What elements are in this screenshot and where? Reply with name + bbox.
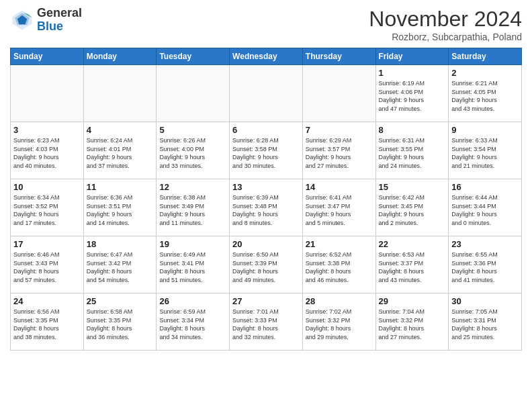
calendar-cell: 19Sunrise: 6:49 AM Sunset: 3:41 PM Dayli… xyxy=(157,236,230,293)
calendar-week-5: 24Sunrise: 6:56 AM Sunset: 3:35 PM Dayli… xyxy=(11,293,522,351)
calendar-cell: 22Sunrise: 6:53 AM Sunset: 3:37 PM Dayli… xyxy=(375,236,449,293)
day-number: 5 xyxy=(159,125,226,135)
calendar-week-2: 3Sunrise: 6:23 AM Sunset: 4:03 PM Daylig… xyxy=(11,122,522,179)
page: General Blue November 2024 Rozborz, Subc… xyxy=(0,0,532,357)
day-number: 7 xyxy=(306,125,373,135)
calendar-cell: 23Sunrise: 6:55 AM Sunset: 3:36 PM Dayli… xyxy=(449,236,522,293)
day-info: Sunrise: 6:21 AM Sunset: 4:05 PM Dayligh… xyxy=(451,79,519,113)
calendar-cell: 10Sunrise: 6:34 AM Sunset: 3:52 PM Dayli… xyxy=(11,179,84,236)
day-number: 2 xyxy=(451,68,519,78)
day-number: 22 xyxy=(379,239,446,249)
day-info: Sunrise: 6:59 AM Sunset: 3:34 PM Dayligh… xyxy=(159,308,226,341)
day-number: 26 xyxy=(159,296,226,306)
day-number: 21 xyxy=(306,239,373,249)
calendar-cell: 11Sunrise: 6:36 AM Sunset: 3:51 PM Dayli… xyxy=(83,179,157,236)
weekday-header-monday: Monday xyxy=(83,48,157,65)
calendar-cell xyxy=(11,65,84,122)
day-info: Sunrise: 6:36 AM Sunset: 3:51 PM Dayligh… xyxy=(87,193,154,227)
day-info: Sunrise: 6:58 AM Sunset: 3:35 PM Dayligh… xyxy=(87,308,154,341)
weekday-header-row: SundayMondayTuesdayWednesdayThursdayFrid… xyxy=(11,48,522,65)
day-number: 8 xyxy=(379,125,446,135)
day-number: 29 xyxy=(379,296,446,306)
day-info: Sunrise: 6:47 AM Sunset: 3:42 PM Dayligh… xyxy=(87,250,154,284)
calendar-cell: 6Sunrise: 6:28 AM Sunset: 3:58 PM Daylig… xyxy=(230,122,303,179)
day-number: 13 xyxy=(232,182,300,192)
day-number: 10 xyxy=(13,182,81,192)
day-info: Sunrise: 7:02 AM Sunset: 3:32 PM Dayligh… xyxy=(306,308,373,341)
weekday-header-thursday: Thursday xyxy=(302,48,375,65)
day-info: Sunrise: 6:28 AM Sunset: 3:58 PM Dayligh… xyxy=(232,136,300,170)
day-number: 9 xyxy=(451,125,519,135)
calendar-cell: 18Sunrise: 6:47 AM Sunset: 3:42 PM Dayli… xyxy=(83,236,157,293)
calendar-cell: 29Sunrise: 7:04 AM Sunset: 3:32 PM Dayli… xyxy=(375,293,449,351)
weekday-header-friday: Friday xyxy=(375,48,449,65)
day-number: 17 xyxy=(13,239,81,249)
day-number: 20 xyxy=(232,239,300,249)
calendar-cell: 4Sunrise: 6:24 AM Sunset: 4:01 PM Daylig… xyxy=(83,122,157,179)
calendar-cell: 3Sunrise: 6:23 AM Sunset: 4:03 PM Daylig… xyxy=(11,122,84,179)
calendar-body: 1Sunrise: 6:19 AM Sunset: 4:06 PM Daylig… xyxy=(11,65,522,351)
logo: General Blue xyxy=(10,7,82,34)
calendar-cell xyxy=(83,65,157,122)
calendar-cell: 12Sunrise: 6:38 AM Sunset: 3:49 PM Dayli… xyxy=(157,179,230,236)
calendar-week-1: 1Sunrise: 6:19 AM Sunset: 4:06 PM Daylig… xyxy=(11,65,522,122)
calendar-cell xyxy=(302,65,375,122)
day-info: Sunrise: 6:29 AM Sunset: 3:57 PM Dayligh… xyxy=(306,136,373,170)
day-number: 1 xyxy=(379,68,446,78)
day-number: 25 xyxy=(87,296,154,306)
calendar-cell xyxy=(230,65,303,122)
calendar-cell: 24Sunrise: 6:56 AM Sunset: 3:35 PM Dayli… xyxy=(11,293,84,351)
logo-blue: Blue xyxy=(37,19,63,33)
day-number: 14 xyxy=(306,182,373,192)
weekday-header-tuesday: Tuesday xyxy=(157,48,230,65)
day-number: 23 xyxy=(451,239,519,249)
day-info: Sunrise: 6:31 AM Sunset: 3:55 PM Dayligh… xyxy=(379,136,446,170)
day-info: Sunrise: 6:44 AM Sunset: 3:44 PM Dayligh… xyxy=(451,193,519,227)
day-number: 19 xyxy=(159,239,226,249)
calendar-week-4: 17Sunrise: 6:46 AM Sunset: 3:43 PM Dayli… xyxy=(11,236,522,293)
day-info: Sunrise: 7:04 AM Sunset: 3:32 PM Dayligh… xyxy=(379,308,446,341)
day-number: 6 xyxy=(232,125,300,135)
logo-text: General Blue xyxy=(37,7,82,34)
calendar-cell: 25Sunrise: 6:58 AM Sunset: 3:35 PM Dayli… xyxy=(83,293,157,351)
day-info: Sunrise: 6:39 AM Sunset: 3:48 PM Dayligh… xyxy=(232,193,300,227)
day-number: 28 xyxy=(306,296,373,306)
calendar-cell: 20Sunrise: 6:50 AM Sunset: 3:39 PM Dayli… xyxy=(230,236,303,293)
calendar-cell: 8Sunrise: 6:31 AM Sunset: 3:55 PM Daylig… xyxy=(375,122,449,179)
day-info: Sunrise: 6:19 AM Sunset: 4:06 PM Dayligh… xyxy=(379,79,446,113)
day-info: Sunrise: 6:56 AM Sunset: 3:35 PM Dayligh… xyxy=(13,308,81,341)
day-info: Sunrise: 6:41 AM Sunset: 3:47 PM Dayligh… xyxy=(306,193,373,227)
calendar-week-3: 10Sunrise: 6:34 AM Sunset: 3:52 PM Dayli… xyxy=(11,179,522,236)
calendar-cell: 14Sunrise: 6:41 AM Sunset: 3:47 PM Dayli… xyxy=(302,179,375,236)
day-info: Sunrise: 6:24 AM Sunset: 4:01 PM Dayligh… xyxy=(87,136,154,170)
day-number: 18 xyxy=(87,239,154,249)
day-info: Sunrise: 7:05 AM Sunset: 3:31 PM Dayligh… xyxy=(451,308,519,341)
calendar-cell: 30Sunrise: 7:05 AM Sunset: 3:31 PM Dayli… xyxy=(449,293,522,351)
day-info: Sunrise: 6:38 AM Sunset: 3:49 PM Dayligh… xyxy=(159,193,226,227)
calendar-cell: 26Sunrise: 6:59 AM Sunset: 3:34 PM Dayli… xyxy=(157,293,230,351)
day-info: Sunrise: 6:33 AM Sunset: 3:54 PM Dayligh… xyxy=(451,136,519,170)
day-number: 16 xyxy=(451,182,519,192)
location-subtitle: Rozborz, Subcarpathia, Poland xyxy=(369,32,522,42)
calendar-cell: 2Sunrise: 6:21 AM Sunset: 4:05 PM Daylig… xyxy=(449,65,522,122)
day-info: Sunrise: 6:26 AM Sunset: 4:00 PM Dayligh… xyxy=(159,136,226,170)
calendar-header: SundayMondayTuesdayWednesdayThursdayFrid… xyxy=(11,48,522,65)
day-info: Sunrise: 6:49 AM Sunset: 3:41 PM Dayligh… xyxy=(159,250,226,284)
weekday-header-sunday: Sunday xyxy=(11,48,84,65)
day-info: Sunrise: 7:01 AM Sunset: 3:33 PM Dayligh… xyxy=(232,308,300,341)
month-title: November 2024 xyxy=(369,7,522,32)
header: General Blue November 2024 Rozborz, Subc… xyxy=(10,7,522,42)
day-number: 4 xyxy=(87,125,154,135)
calendar-cell: 15Sunrise: 6:42 AM Sunset: 3:45 PM Dayli… xyxy=(375,179,449,236)
day-number: 24 xyxy=(13,296,81,306)
calendar-cell: 17Sunrise: 6:46 AM Sunset: 3:43 PM Dayli… xyxy=(11,236,84,293)
day-info: Sunrise: 6:46 AM Sunset: 3:43 PM Dayligh… xyxy=(13,250,81,284)
day-info: Sunrise: 6:23 AM Sunset: 4:03 PM Dayligh… xyxy=(13,136,81,170)
logo-general: General xyxy=(37,6,82,19)
calendar-cell: 9Sunrise: 6:33 AM Sunset: 3:54 PM Daylig… xyxy=(449,122,522,179)
day-number: 11 xyxy=(87,182,154,192)
day-info: Sunrise: 6:50 AM Sunset: 3:39 PM Dayligh… xyxy=(232,250,300,284)
day-info: Sunrise: 6:34 AM Sunset: 3:52 PM Dayligh… xyxy=(13,193,81,227)
calendar-cell: 16Sunrise: 6:44 AM Sunset: 3:44 PM Dayli… xyxy=(449,179,522,236)
day-info: Sunrise: 6:42 AM Sunset: 3:45 PM Dayligh… xyxy=(379,193,446,227)
